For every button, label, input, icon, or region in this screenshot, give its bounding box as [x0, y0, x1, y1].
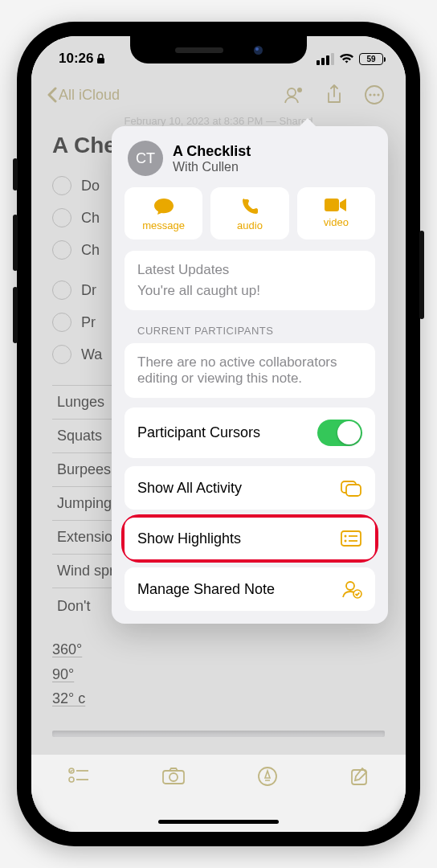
battery-icon: 59 [359, 53, 383, 65]
status-bar: 10:26 59 [31, 36, 406, 75]
video-icon [324, 197, 348, 213]
activity-icon [340, 478, 362, 497]
markup-tool-button[interactable] [257, 766, 278, 790]
avatar: CT [128, 141, 163, 176]
row-label: Show Highlights [137, 530, 241, 547]
compose-tool-button[interactable] [349, 766, 370, 790]
svg-point-19 [345, 535, 347, 538]
svg-point-23 [346, 582, 354, 590]
row-label: Show All Activity [137, 480, 242, 497]
latest-updates-card: Latest Updates You're all caught up! [125, 251, 375, 310]
row-label: Manage Shared Note [137, 581, 275, 598]
svg-rect-0 [97, 58, 104, 63]
show-highlights-row[interactable]: Show Highlights [125, 518, 375, 559]
manage-icon [341, 579, 362, 599]
participant-cursors-row[interactable]: Participant Cursors [125, 407, 375, 458]
svg-point-9 [69, 777, 74, 782]
audio-button[interactable]: audio [210, 187, 288, 240]
svg-rect-18 [341, 531, 361, 546]
participants-body: There are no active collaborators editin… [137, 354, 362, 387]
highlights-icon [340, 530, 362, 547]
participants-card: There are no active collaborators editin… [125, 343, 375, 398]
phone-icon [240, 197, 259, 216]
phone-frame: 10:26 59 All iCloud [17, 22, 420, 846]
checklist-tool-button[interactable] [67, 766, 90, 788]
camera-tool-button[interactable] [161, 766, 186, 788]
screen: 10:26 59 All iCloud [31, 36, 406, 832]
cellular-icon [317, 53, 334, 65]
show-activity-row[interactable]: Show All Activity [125, 466, 375, 510]
svg-rect-15 [325, 199, 339, 211]
popover-subtitle: With Cullen [173, 160, 251, 174]
svg-point-21 [345, 540, 347, 542]
manage-shared-row[interactable]: Manage Shared Note [125, 567, 375, 611]
message-button[interactable]: message [125, 187, 202, 240]
cursors-toggle[interactable] [317, 420, 362, 446]
video-button[interactable]: video [297, 187, 375, 240]
row-label: Participant Cursors [137, 424, 260, 441]
collaboration-popover: CT A Checklist With Cullen message audio [112, 126, 388, 624]
updates-body: You're all caught up! [137, 283, 362, 299]
highlight-annotation: Show Highlights [121, 514, 378, 563]
svg-point-12 [169, 773, 178, 781]
participants-label: CURRENT PARTICIPANTS [125, 320, 375, 343]
home-indicator[interactable] [158, 820, 279, 824]
updates-header: Latest Updates [137, 262, 362, 278]
wifi-icon [339, 53, 354, 64]
status-time: 10:26 [59, 51, 93, 67]
lock-icon [96, 53, 105, 64]
message-icon [153, 197, 175, 216]
popover-title: A Checklist [173, 143, 251, 160]
svg-rect-17 [346, 485, 361, 496]
